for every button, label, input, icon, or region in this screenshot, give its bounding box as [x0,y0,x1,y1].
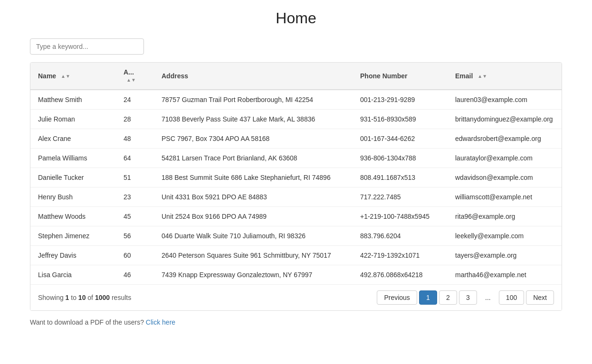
cell-age: 56 [116,226,154,246]
cell-name: Henry Bush [30,187,116,207]
table-row: Pamela Williams 64 54281 Larsen Trace Po… [30,149,562,168]
showing-total: 1000 [95,294,110,301]
cell-address: Unit 2524 Box 9166 DPO AA 74989 [154,207,353,226]
col-header-phone: Phone Number [353,63,448,90]
cell-phone: 492.876.0868x64218 [353,265,448,285]
showing-to: 10 [78,294,86,301]
col-header-address: Address [154,63,353,90]
cell-name: Matthew Smith [30,90,116,110]
cell-phone: 936-806-1304x788 [353,149,448,168]
next-button[interactable]: Next [526,290,554,305]
cell-age: 64 [116,149,154,168]
cell-email: rita96@example.org [448,207,562,226]
cell-name: Jeffrey Davis [30,246,116,265]
table-header: Name ▲▼ A... ▲▼ Address Phone Number Ema [30,63,562,90]
showing-from: 1 [66,294,69,301]
table-container: Name ▲▼ A... ▲▼ Address Phone Number Ema [30,62,562,311]
page-1-button[interactable]: 1 [419,290,437,305]
sort-arrows-age: ▲▼ [126,78,136,83]
col-header-name[interactable]: Name ▲▼ [30,63,116,90]
cell-email: williamscott@example.net [448,187,562,207]
cell-address: Unit 4331 Box 5921 DPO AE 84883 [154,187,353,207]
col-header-age[interactable]: A... ▲▼ [116,63,154,90]
table-row: Alex Crane 48 PSC 7967, Box 7304 APO AA … [30,129,562,149]
table-row: Lisa Garcia 46 7439 Knapp Expressway Gon… [30,265,562,285]
cell-name: Lisa Garcia [30,265,116,285]
cell-age: 51 [116,168,154,187]
cell-age: 46 [116,265,154,285]
cell-phone: 422-719-1392x1071 [353,246,448,265]
cell-address: 54281 Larsen Trace Port Brianland, AK 63… [154,149,353,168]
pagination-row: Showing 1 to 10 of 1000 results Previous… [30,284,562,310]
cell-email: tayers@example.org [448,246,562,265]
table-row: Matthew Smith 24 78757 Guzman Trail Port… [30,90,562,110]
download-prompt: Want to download a PDF of the users? [30,318,144,326]
cell-phone: 001-213-291-9289 [353,90,448,110]
table-body: Matthew Smith 24 78757 Guzman Trail Port… [30,90,562,284]
cell-age: 28 [116,110,154,129]
page-title: Home [30,9,562,27]
table-row: Danielle Tucker 51 188 Best Summit Suite… [30,168,562,187]
cell-phone: 931-516-8930x589 [353,110,448,129]
header-row: Name ▲▼ A... ▲▼ Address Phone Number Ema [30,63,562,90]
cell-address: 71038 Beverly Pass Suite 437 Lake Mark, … [154,110,353,129]
page-2-button[interactable]: 2 [439,290,457,305]
cell-name: Matthew Woods [30,207,116,226]
table-row: Henry Bush 23 Unit 4331 Box 5921 DPO AE … [30,187,562,207]
cell-address: 7439 Knapp Expressway Gonzaleztown, NY 6… [154,265,353,285]
col-header-email[interactable]: Email ▲▼ [448,63,562,90]
cell-age: 60 [116,246,154,265]
cell-email: wdavidson@example.com [448,168,562,187]
cell-email: lauren03@example.com [448,90,562,110]
cell-email: martha46@example.net [448,265,562,285]
cell-address: 78757 Guzman Trail Port Robertborough, M… [154,90,353,110]
page-3-button[interactable]: 3 [459,290,477,305]
cell-phone: 717.222.7485 [353,187,448,207]
cell-age: 45 [116,207,154,226]
previous-button[interactable]: Previous [377,290,417,305]
cell-phone: 001-167-344-6262 [353,129,448,149]
download-link[interactable]: Click here [146,318,175,326]
search-input[interactable] [30,38,144,55]
cell-address: 2640 Peterson Squares Suite 961 Schmittb… [154,246,353,265]
page-100-button[interactable]: 100 [499,290,524,305]
cell-name: Julie Roman [30,110,116,129]
cell-address: 046 Duarte Walk Suite 710 Juliamouth, RI… [154,226,353,246]
cell-name: Pamela Williams [30,149,116,168]
cell-age: 48 [116,129,154,149]
cell-email: leekelly@example.com [448,226,562,246]
cell-email: laurataylor@example.com [448,149,562,168]
page-wrapper: Home Name ▲▼ A... ▲▼ Address [16,0,576,336]
showing-text: Showing 1 to 10 of 1000 results [38,294,131,301]
cell-name: Danielle Tucker [30,168,116,187]
sort-arrows-email: ▲▼ [477,74,487,79]
download-section: Want to download a PDF of the users? Cli… [30,318,562,326]
table-row: Jeffrey Davis 60 2640 Peterson Squares S… [30,246,562,265]
cell-phone: 883.796.6204 [353,226,448,246]
cell-address: PSC 7967, Box 7304 APO AA 58168 [154,129,353,149]
sort-arrows-name: ▲▼ [61,74,70,79]
page-dots: ... [479,291,497,304]
cell-email: edwardsrobert@example.org [448,129,562,149]
cell-phone: 808.491.1687x513 [353,168,448,187]
cell-age: 24 [116,90,154,110]
cell-name: Stephen Jimenez [30,226,116,246]
pagination-buttons: Previous 1 2 3 ... 100 Next [377,290,554,305]
cell-age: 23 [116,187,154,207]
cell-email: brittanydominguez@example.org [448,110,562,129]
cell-phone: +1-219-100-7488x5945 [353,207,448,226]
table-row: Matthew Woods 45 Unit 2524 Box 9166 DPO … [30,207,562,226]
cell-address: 188 Best Summit Suite 686 Lake Stephanie… [154,168,353,187]
table-row: Julie Roman 28 71038 Beverly Pass Suite … [30,110,562,129]
data-table: Name ▲▼ A... ▲▼ Address Phone Number Ema [30,63,562,284]
cell-name: Alex Crane [30,129,116,149]
table-row: Stephen Jimenez 56 046 Duarte Walk Suite… [30,226,562,246]
